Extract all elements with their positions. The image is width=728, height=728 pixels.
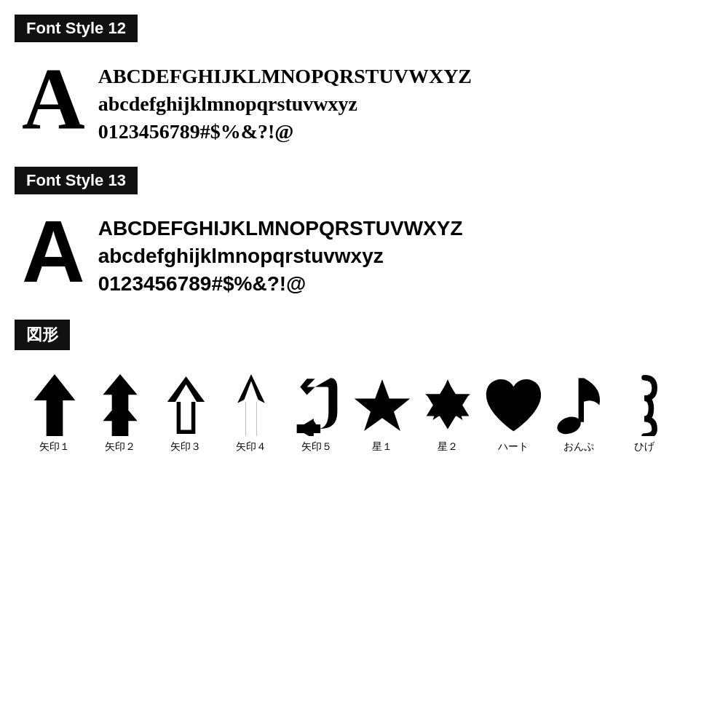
svg-marker-2 xyxy=(103,400,137,436)
shape-yajirushi1: 矢印１ xyxy=(22,371,87,454)
font-style-13-big-letter: A xyxy=(22,207,85,295)
shape-yajirushi4: 矢印４ xyxy=(218,371,284,454)
shape-hoshi2: 星２ xyxy=(415,371,480,454)
yajirushi5-icon xyxy=(293,371,341,436)
shape-yajirushi3: 矢印３ xyxy=(153,371,218,454)
svg-marker-9 xyxy=(355,379,410,431)
shape-heart: ハート xyxy=(480,371,546,454)
font-style-13-line-1: ABCDEFGHIJKLMNOPQRSTUVWXYZ xyxy=(98,215,463,242)
shapes-section: 図形 矢印１ 矢印２ xyxy=(15,320,713,454)
yajirushi3-icon xyxy=(166,371,206,436)
shape-hoshi1: 星１ xyxy=(349,371,415,454)
font-style-12-line-2: abcdefghijklmnopqrstuvwxyz xyxy=(98,90,472,118)
hige-icon xyxy=(630,371,658,436)
onpu-label: おんぷ xyxy=(563,440,594,454)
font-style-13-char-lines: ABCDEFGHIJKLMNOPQRSTUVWXYZ abcdefghijklm… xyxy=(98,207,463,297)
svg-marker-0 xyxy=(34,374,76,436)
font-style-13-line-2: abcdefghijklmnopqrstuvwxyz xyxy=(98,242,463,270)
yajirushi3-label: 矢印３ xyxy=(170,440,201,454)
font-style-12-label: Font Style 12 xyxy=(15,15,138,42)
hige-label: ひげ xyxy=(634,440,654,454)
shape-hige: ひげ xyxy=(612,371,677,454)
yajirushi4-label: 矢印４ xyxy=(236,440,266,454)
yajirushi2-icon xyxy=(98,371,142,436)
yajirushi2-label: 矢印２ xyxy=(105,440,135,454)
yajirushi5-label: 矢印５ xyxy=(301,440,332,454)
shape-onpu: おんぷ xyxy=(546,371,612,454)
hoshi1-label: 星１ xyxy=(372,440,392,454)
font-style-12-line-1: ABCDEFGHIJKLMNOPQRSTUVWXYZ xyxy=(98,63,472,90)
onpu-icon xyxy=(555,371,603,436)
font-style-13-label: Font Style 13 xyxy=(15,167,138,194)
font-style-13-line-3: 0123456789#$%&?!@ xyxy=(98,270,463,298)
font-style-12-line-3: 0123456789#$%&?!@ xyxy=(98,118,472,146)
hoshi2-icon xyxy=(419,371,477,436)
hoshi2-label: 星２ xyxy=(438,440,458,454)
heart-icon xyxy=(483,371,545,436)
shape-yajirushi5: 矢印５ xyxy=(284,371,349,454)
font-style-12-char-lines: ABCDEFGHIJKLMNOPQRSTUVWXYZ abcdefghijklm… xyxy=(98,55,472,145)
yajirushi4-icon xyxy=(237,371,266,436)
shape-yajirushi2: 矢印２ xyxy=(87,371,153,454)
hoshi1-icon xyxy=(353,371,411,436)
shapes-row: 矢印１ 矢印２ 矢印３ xyxy=(15,363,713,454)
yajirushi1-label: 矢印１ xyxy=(39,440,70,454)
font-style-12-big-letter: A xyxy=(22,55,85,143)
svg-rect-14 xyxy=(578,378,583,422)
yajirushi1-icon xyxy=(33,371,76,436)
font-style-13-demo: A ABCDEFGHIJKLMNOPQRSTUVWXYZ abcdefghijk… xyxy=(15,207,713,297)
shapes-label: 図形 xyxy=(15,320,70,350)
font-style-12-section: Font Style 12 A ABCDEFGHIJKLMNOPQRSTUVWX… xyxy=(15,15,713,145)
font-style-12-demo: A ABCDEFGHIJKLMNOPQRSTUVWXYZ abcdefghijk… xyxy=(15,55,713,145)
heart-label: ハート xyxy=(498,440,529,454)
font-style-13-section: Font Style 13 A ABCDEFGHIJKLMNOPQRSTUVWX… xyxy=(15,167,713,297)
